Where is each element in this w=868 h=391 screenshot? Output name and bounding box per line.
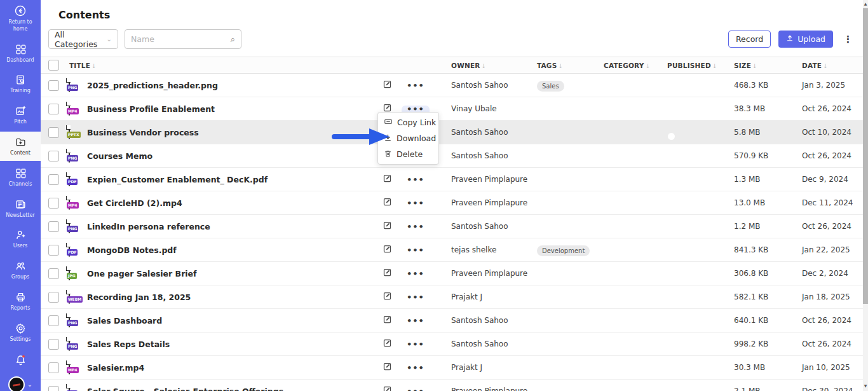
column-header-owner[interactable]: OWNER↓ bbox=[451, 62, 537, 69]
file-title[interactable]: Salesier.mp4 bbox=[87, 363, 383, 373]
sidebar-item-groups[interactable]: Groups bbox=[0, 256, 41, 285]
file-title[interactable]: Get CircleHD (2).mp4 bbox=[87, 198, 383, 208]
sidebar-item-newsletter[interactable]: NewsLetter bbox=[0, 194, 41, 223]
file-title[interactable]: Business Profile Enablement bbox=[87, 104, 383, 114]
search-box[interactable]: ⌕ bbox=[125, 29, 241, 49]
row-checkbox[interactable] bbox=[48, 268, 59, 279]
edit-icon[interactable] bbox=[383, 79, 402, 92]
scroll-up-arrow[interactable]: ▲ bbox=[863, 1, 868, 7]
sidebar-item-settings[interactable]: Settings bbox=[0, 318, 41, 347]
table-row[interactable]: WEBM Recording Jan 18, 2025 ••• Prajakt … bbox=[41, 285, 863, 309]
table-row[interactable]: PNG Sales Reps Details ••• Santosh Sahoo… bbox=[41, 333, 863, 356]
edit-icon[interactable] bbox=[383, 338, 402, 350]
sidebar-item-content[interactable]: Content bbox=[0, 132, 41, 161]
file-title[interactable]: LinkedIn persona reference bbox=[87, 222, 383, 231]
edit-icon[interactable] bbox=[383, 174, 402, 186]
more-options-icon[interactable]: ••• bbox=[402, 82, 430, 92]
column-header-date[interactable]: DATE↓ bbox=[802, 62, 863, 69]
row-checkbox[interactable] bbox=[48, 362, 59, 373]
more-options-icon[interactable]: ••• bbox=[402, 176, 430, 186]
column-header-tags[interactable]: TAGS↓ bbox=[537, 62, 604, 69]
row-checkbox[interactable] bbox=[48, 245, 59, 256]
file-title[interactable]: One pager Salesier Brief bbox=[87, 269, 383, 278]
more-options-icon[interactable]: ••• bbox=[402, 341, 430, 351]
table-row[interactable]: MP4 Business Profile Enablement ••• Vina… bbox=[41, 97, 863, 121]
file-title[interactable]: 2025_predictions_header.png bbox=[87, 81, 383, 90]
table-row[interactable]: PNG Courses Memo ••• Santosh Sahoo 570.9… bbox=[41, 144, 863, 168]
table-row[interactable]: PNG 2025_predictions_header.png ••• Sant… bbox=[41, 74, 863, 97]
column-header-size[interactable]: SIZE↓ bbox=[734, 62, 802, 69]
more-options-icon[interactable]: ••• bbox=[402, 200, 430, 210]
column-header-published[interactable]: PUBLISHED↓ bbox=[667, 62, 734, 69]
edit-icon[interactable] bbox=[383, 244, 402, 256]
upload-button[interactable]: Upload bbox=[778, 31, 833, 48]
row-checkbox[interactable] bbox=[48, 221, 59, 232]
more-options-icon[interactable]: ••• bbox=[402, 364, 430, 374]
column-header-category[interactable]: CATEGORY↓ bbox=[604, 62, 667, 69]
table-row[interactable]: PPTX Business Vendor process ••• Santosh… bbox=[41, 121, 863, 144]
sidebar-item-users[interactable]: Users bbox=[0, 224, 41, 254]
sidebar-item-notifications[interactable] bbox=[0, 349, 41, 371]
table-row[interactable]: PDF Expien_Customer Enablement_ DecK.pdf… bbox=[41, 168, 863, 191]
table-row[interactable]: JPG One pager Salesier Brief ••• Praveen… bbox=[41, 262, 863, 285]
sidebar-item-return-to-home[interactable]: Return to home bbox=[0, 0, 41, 37]
table-row[interactable]: MP4 Salesier.mp4 ••• Prajakt J 30.3 MB J… bbox=[41, 356, 863, 380]
file-title[interactable]: Recording Jan 18, 2025 bbox=[87, 292, 383, 302]
file-title[interactable]: Sales Dashboard bbox=[87, 316, 383, 326]
scroll-down-arrow[interactable]: ▼ bbox=[863, 383, 868, 389]
vertical-dots-icon[interactable]: ⋮ bbox=[841, 34, 855, 45]
user-menu[interactable]: ⌄ bbox=[0, 373, 41, 391]
row-checkbox[interactable] bbox=[48, 315, 59, 326]
more-options-icon[interactable]: ••• bbox=[402, 223, 430, 233]
search-input[interactable] bbox=[131, 34, 220, 44]
more-options-icon[interactable]: ••• bbox=[402, 388, 430, 391]
file-title[interactable]: Courses Memo bbox=[87, 151, 383, 161]
menu-item-copy-link[interactable]: Copy Link bbox=[378, 114, 438, 130]
column-header-title[interactable]: TITLE↓ bbox=[69, 62, 451, 69]
edit-icon[interactable] bbox=[383, 362, 402, 374]
sidebar-item-training[interactable]: Training bbox=[0, 69, 41, 99]
row-checkbox[interactable] bbox=[48, 80, 59, 91]
file-title[interactable]: Sales Reps Details bbox=[87, 340, 383, 349]
table-row[interactable]: PDF Solar Square - Salesier-Enterprise O… bbox=[41, 380, 863, 391]
sidebar-item-pitch[interactable]: Pitch bbox=[0, 100, 41, 130]
row-checkbox[interactable] bbox=[48, 104, 59, 114]
record-button[interactable]: Record bbox=[728, 31, 771, 48]
row-checkbox[interactable] bbox=[48, 339, 59, 350]
more-options-icon[interactable]: ••• bbox=[402, 270, 430, 280]
edit-icon[interactable] bbox=[383, 385, 402, 391]
file-title[interactable]: MongoDB Notes.pdf bbox=[87, 245, 383, 255]
table-row[interactable]: PDF MongoDB Notes.pdf ••• tejas shelke D… bbox=[41, 238, 863, 262]
row-checkbox[interactable] bbox=[48, 386, 59, 391]
category-filter-dropdown[interactable]: All Categories ⌄ bbox=[48, 29, 118, 49]
file-title[interactable]: Expien_Customer Enablement_ DecK.pdf bbox=[87, 175, 383, 184]
more-options-icon[interactable]: ••• bbox=[402, 294, 430, 304]
sidebar-item-dashboard[interactable]: Dashboard bbox=[0, 39, 41, 68]
menu-item-delete[interactable]: Delete bbox=[378, 146, 438, 162]
edit-icon[interactable] bbox=[383, 221, 402, 233]
table-row[interactable]: PNG Sales Dashboard ••• Santosh Sahoo 64… bbox=[41, 309, 863, 333]
table-row[interactable]: PNG LinkedIn persona reference ••• Santo… bbox=[41, 215, 863, 238]
row-checkbox[interactable] bbox=[48, 151, 59, 161]
menu-item-download[interactable]: Download bbox=[378, 130, 438, 146]
sidebar-item-reports[interactable]: Reports bbox=[0, 287, 41, 316]
more-options-icon[interactable]: ••• bbox=[402, 317, 430, 327]
select-all-checkbox[interactable] bbox=[48, 60, 59, 71]
sidebar-item-channels[interactable]: Channels bbox=[0, 163, 41, 192]
row-checkbox[interactable] bbox=[48, 292, 59, 303]
vertical-scrollbar[interactable]: ▲ ▼ bbox=[863, 0, 868, 391]
date-cell: Jan 3, 2025 bbox=[802, 81, 863, 90]
row-checkbox[interactable] bbox=[48, 127, 59, 138]
table-row[interactable]: MP4 Get CircleHD (2).mp4 ••• Praveen Pim… bbox=[41, 191, 863, 215]
file-title[interactable]: Solar Square - Salesier-Enterprise Offer… bbox=[87, 387, 383, 391]
user-avatar[interactable] bbox=[8, 376, 25, 391]
more-options-icon[interactable]: ••• bbox=[402, 247, 430, 257]
row-checkbox[interactable] bbox=[48, 174, 59, 185]
row-checkbox[interactable] bbox=[48, 198, 59, 209]
edit-icon[interactable] bbox=[383, 315, 402, 327]
edit-icon[interactable] bbox=[383, 197, 402, 209]
file-title[interactable]: Business Vendor process bbox=[87, 128, 383, 137]
edit-icon[interactable] bbox=[383, 291, 402, 303]
scrollbar-thumb[interactable] bbox=[863, 8, 868, 304]
edit-icon[interactable] bbox=[383, 268, 402, 280]
